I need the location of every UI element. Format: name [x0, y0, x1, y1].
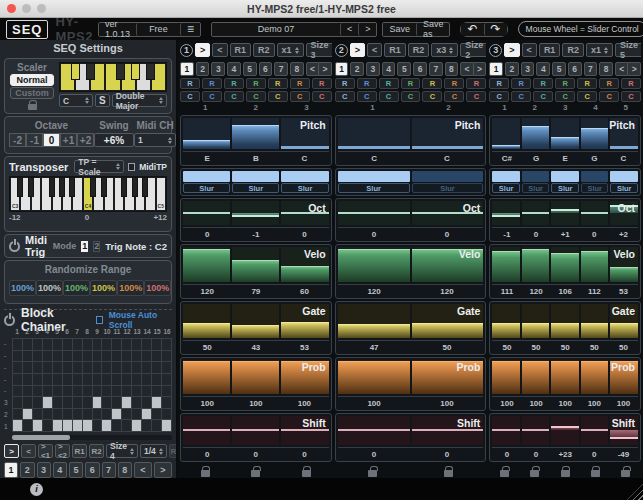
prob-bar[interactable]	[581, 361, 609, 393]
bc-grid-cell[interactable]	[73, 409, 82, 420]
pitch-bar[interactable]	[281, 146, 328, 149]
transposer-black-key[interactable]	[49, 177, 55, 197]
scale-keyboard[interactable]	[59, 62, 167, 92]
slur-toggle[interactable]	[232, 171, 279, 182]
step-cell-velo[interactable]	[551, 247, 579, 283]
gate-bar[interactable]	[338, 324, 410, 338]
step-lock-icon[interactable]	[530, 470, 539, 477]
bc-size-dropdown[interactable]: Size 4	[106, 444, 138, 458]
randomize-param-button-6[interactable]: R	[290, 78, 310, 89]
shift-zero-line[interactable]	[183, 429, 230, 431]
clear-param-button-6[interactable]: C	[599, 91, 619, 102]
velo-bar[interactable]	[551, 253, 579, 283]
undo-button[interactable]: ↶	[461, 23, 483, 36]
info-icon[interactable]: i	[30, 483, 43, 496]
lane-repeat-dropdown[interactable]: x1	[277, 43, 304, 57]
bc-grid-cell[interactable]	[83, 362, 92, 373]
bc-grid-cell[interactable]	[83, 339, 92, 350]
bc-grid-cell[interactable]	[132, 339, 141, 350]
bc-grid-cell[interactable]	[122, 351, 131, 362]
shift-zero-line[interactable]	[281, 429, 328, 431]
preset-next-button[interactable]: >	[358, 23, 376, 36]
lane-page-button-5[interactable]: 5	[243, 62, 257, 76]
black-key[interactable]	[71, 63, 80, 80]
gate-bar[interactable]	[183, 323, 230, 338]
bc-grid-cell[interactable]	[152, 374, 161, 385]
bc-grid-cell[interactable]	[83, 397, 92, 408]
step-cell-shift[interactable]	[338, 416, 410, 446]
oct-bar[interactable]	[551, 209, 579, 213]
bc-grid-cell[interactable]	[122, 420, 131, 431]
step-lock-icon[interactable]	[444, 470, 453, 477]
lane-page-button-1[interactable]: 1	[335, 62, 349, 76]
lane-random1-button[interactable]: R1	[384, 43, 406, 57]
shift-zero-line[interactable]	[232, 429, 279, 431]
bc-grid-cell[interactable]	[73, 397, 82, 408]
preset-prev-button[interactable]: <	[340, 23, 358, 36]
slur-toggle[interactable]	[610, 171, 638, 182]
lane-random2-button[interactable]: R2	[408, 43, 430, 57]
velo-bar[interactable]	[492, 251, 520, 282]
step-lock-icon[interactable]	[302, 470, 311, 477]
bc-grid-cell[interactable]	[102, 351, 111, 362]
bc-grid-cell[interactable]	[93, 386, 102, 397]
step-cell-gate[interactable]	[581, 304, 609, 338]
octave-button-0[interactable]: 0	[43, 133, 60, 147]
clear-param-button-2[interactable]: C	[511, 91, 531, 102]
randomize-param-button-3[interactable]: R	[224, 78, 244, 89]
transposer-black-key[interactable]	[17, 177, 23, 197]
bc-page-button-1[interactable]: 1	[4, 462, 18, 478]
bc-grid-cell[interactable]	[43, 339, 52, 350]
lane-page-button-7[interactable]: 7	[274, 62, 288, 76]
randomize-value-5[interactable]: 100%	[117, 280, 144, 296]
scrollbar-thumb[interactable]	[12, 435, 70, 440]
block-chainer-power-icon[interactable]	[4, 315, 15, 326]
bc-page-button-5[interactable]: 5	[69, 462, 83, 478]
lane-play-reverse-button[interactable]: <	[522, 43, 537, 57]
step-cell-prob[interactable]	[551, 360, 579, 394]
step-cell-prob[interactable]	[581, 360, 609, 394]
lane-play-reverse-button[interactable]: <	[367, 43, 382, 57]
bc-play-forward-button[interactable]: >	[4, 444, 19, 458]
transposer-mode-dropdown[interactable]: TP = Scale	[74, 160, 124, 173]
bc-grid-cell[interactable]	[162, 351, 171, 362]
trig-note[interactable]: Trig Note : C2	[105, 241, 167, 252]
clear-param-button-1[interactable]: C	[489, 91, 509, 102]
step-cell-pitch[interactable]	[232, 118, 279, 150]
prob-bar[interactable]	[338, 361, 410, 393]
step-cell-velo[interactable]	[492, 247, 520, 283]
bc-grid-cell[interactable]	[102, 420, 111, 431]
oct-handle[interactable]	[232, 215, 279, 217]
bc-grid-cell[interactable]	[73, 362, 82, 373]
bc-grid-cell[interactable]	[112, 386, 121, 397]
scale-s-button[interactable]: S	[95, 94, 110, 107]
step-cell-pitch[interactable]	[492, 118, 520, 150]
randomize-param-button-3[interactable]: R	[533, 78, 553, 89]
step-lock-icon[interactable]	[500, 470, 509, 477]
redo-button[interactable]: ↷	[484, 23, 507, 36]
octave-button--1[interactable]: -1	[26, 133, 43, 147]
bc-grid-cell[interactable]	[102, 374, 111, 385]
transposer-keyboard[interactable]: C3C4C5	[9, 176, 167, 212]
bc-pingpong1-button[interactable]: ><1	[38, 444, 53, 458]
randomize-param-button-5[interactable]: R	[422, 78, 442, 89]
clear-param-button-4[interactable]: C	[401, 91, 421, 102]
bc-grid-cell[interactable]	[73, 351, 82, 362]
bc-grid-cell[interactable]	[152, 386, 161, 397]
step-cell-pitch[interactable]	[183, 118, 230, 150]
randomize-param-button-7[interactable]: R	[312, 78, 332, 89]
bc-grid-cell[interactable]	[112, 351, 121, 362]
shift-bar[interactable]	[551, 426, 579, 430]
octave-button--2[interactable]: -2	[9, 133, 26, 147]
lane-play-forward-button[interactable]: >	[504, 43, 519, 57]
bc-rc-button[interactable]: RC	[169, 444, 178, 458]
step-lock-icon[interactable]	[368, 470, 377, 477]
bc-grid-cell[interactable]	[142, 351, 151, 362]
bc-grid-cell[interactable]	[53, 420, 62, 431]
lane-page-button-8[interactable]: 8	[445, 62, 459, 76]
lane-page-prev-button[interactable]: <	[306, 62, 320, 76]
lane-page-prev-button[interactable]: <	[615, 62, 629, 76]
bc-grid-cell[interactable]	[93, 397, 102, 408]
step-cell-gate[interactable]	[522, 304, 550, 338]
randomize-param-button-4[interactable]: R	[555, 78, 575, 89]
